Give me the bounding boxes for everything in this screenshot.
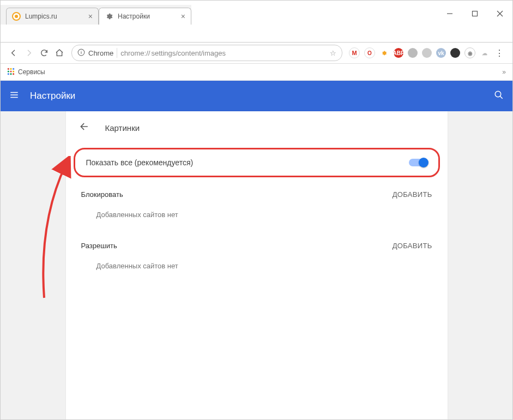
reload-button[interactable] bbox=[37, 45, 52, 61]
extensions-area: M O ✽ ABP vk ◉ ☁ bbox=[347, 47, 492, 58]
window-maximize-button[interactable] bbox=[462, 5, 487, 22]
extension-icon-paw[interactable]: ✽ bbox=[379, 48, 389, 58]
tab-lumpics[interactable]: Lumpics.ru × bbox=[6, 8, 99, 25]
tab-title: Настройки bbox=[118, 13, 150, 20]
extension-icon-grey1[interactable] bbox=[408, 48, 418, 58]
extension-icon-dark[interactable] bbox=[450, 48, 460, 58]
svg-point-15 bbox=[8, 73, 9, 75]
forward-button[interactable] bbox=[21, 45, 37, 61]
images-toggle-label: Показать все (рекомендуется) bbox=[86, 158, 194, 167]
svg-rect-1 bbox=[473, 11, 478, 16]
tab-close-icon[interactable]: × bbox=[180, 12, 186, 21]
allow-add-button[interactable]: ДОБАВИТЬ bbox=[393, 242, 432, 250]
svg-line-19 bbox=[500, 96, 503, 99]
allow-section-header: Разрешить ДОБАВИТЬ bbox=[66, 232, 448, 260]
block-add-button[interactable]: ДОБАВИТЬ bbox=[393, 190, 432, 199]
address-bar[interactable]: Chrome chrome://settings/content/images … bbox=[71, 45, 342, 61]
block-empty-text: Добавленных сайтов нет bbox=[66, 208, 448, 232]
bookmarks-overflow-icon[interactable]: » bbox=[502, 68, 506, 76]
svg-point-16 bbox=[10, 73, 11, 75]
svg-point-13 bbox=[10, 70, 11, 72]
hamburger-menu-icon[interactable] bbox=[9, 90, 19, 103]
browser-menu-button[interactable]: ⋮ bbox=[492, 45, 507, 61]
svg-point-18 bbox=[495, 91, 501, 97]
panel-header: Картинки bbox=[66, 111, 448, 145]
svg-point-12 bbox=[8, 70, 9, 72]
extension-icon-cloud[interactable]: ☁ bbox=[480, 48, 490, 58]
info-icon bbox=[77, 49, 85, 58]
allow-heading: Разрешить bbox=[81, 242, 117, 250]
url-host: chrome:// bbox=[120, 49, 150, 57]
extension-icon-vk[interactable]: vk bbox=[436, 48, 446, 58]
block-heading: Блокировать bbox=[81, 190, 123, 199]
svg-point-11 bbox=[13, 68, 14, 69]
extension-icon-eye[interactable]: ◉ bbox=[464, 47, 475, 58]
settings-panel: Картинки Показать все (рекомендуется) Бл… bbox=[66, 111, 448, 419]
allow-empty-text: Добавленных сайтов нет bbox=[66, 260, 448, 283]
svg-point-9 bbox=[8, 68, 9, 69]
page-content: Настройки Картинки Показать все (рекомен… bbox=[1, 81, 512, 419]
extension-icon-gmail[interactable]: M bbox=[349, 47, 360, 58]
back-button[interactable] bbox=[6, 45, 21, 61]
browser-toolbar: Chrome chrome://settings/content/images … bbox=[1, 43, 512, 64]
bookmark-star-icon[interactable]: ☆ bbox=[330, 49, 336, 57]
toggle-switch[interactable] bbox=[409, 159, 427, 166]
home-button[interactable] bbox=[52, 45, 67, 61]
settings-app-bar: Настройки bbox=[1, 81, 512, 111]
block-section-header: Блокировать ДОБАВИТЬ bbox=[66, 181, 448, 208]
settings-title: Настройки bbox=[30, 91, 75, 101]
tab-favicon-lumpics bbox=[12, 12, 21, 21]
svg-point-10 bbox=[10, 68, 11, 69]
browser-window: Lumpics.ru × Настройки × Chr bbox=[0, 0, 513, 420]
bookmark-apps-label: Сервисы bbox=[18, 68, 45, 76]
window-close-button[interactable] bbox=[487, 5, 512, 22]
tab-strip: Lumpics.ru × Настройки × bbox=[1, 5, 191, 25]
extension-icon-opera[interactable]: O bbox=[364, 47, 375, 58]
tab-close-icon[interactable]: × bbox=[87, 12, 94, 21]
url-path: settings/content/images bbox=[151, 49, 226, 57]
back-arrow-icon[interactable] bbox=[79, 121, 90, 135]
window-minimize-button[interactable] bbox=[437, 5, 462, 22]
apps-grid-icon bbox=[7, 68, 15, 77]
extension-icon-adblock[interactable]: ABP bbox=[394, 48, 403, 58]
bookmarks-bar: Сервисы » bbox=[1, 64, 512, 81]
tab-title: Lumpics.ru bbox=[25, 13, 57, 20]
svg-point-14 bbox=[13, 70, 14, 72]
gear-icon bbox=[105, 12, 113, 21]
svg-point-17 bbox=[13, 73, 14, 75]
images-toggle-row[interactable]: Показать все (рекомендуется) bbox=[74, 148, 440, 177]
tab-settings[interactable]: Настройки × bbox=[99, 8, 191, 25]
search-icon[interactable] bbox=[494, 90, 504, 103]
bookmark-apps[interactable]: Сервисы bbox=[7, 68, 45, 77]
svg-point-5 bbox=[15, 15, 18, 18]
extension-icon-grey2[interactable] bbox=[422, 48, 432, 58]
url-scheme-label: Chrome bbox=[88, 49, 113, 57]
panel-title: Картинки bbox=[105, 123, 140, 133]
